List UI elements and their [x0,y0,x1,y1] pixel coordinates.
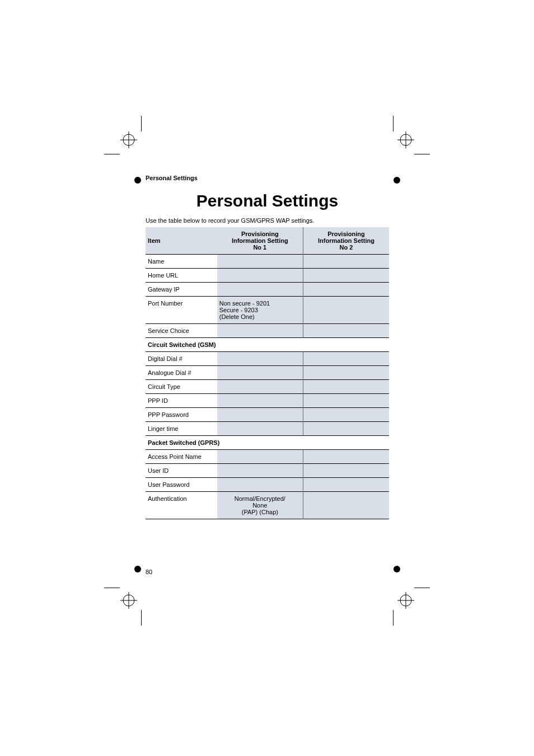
cell-value [303,380,389,394]
row-access-point: Access Point Name [146,450,217,464]
table-row: Gateway IP [146,283,389,297]
table-row: Analogue Dial # [146,366,389,380]
section-gsm-label: Circuit Switched (GSM) [146,338,389,352]
col2-l1: Provisioning [327,231,365,237]
row-ppp-password: PPP Password [146,408,217,422]
cell-value [217,324,303,338]
cell-value [303,450,389,464]
cell-value [303,297,389,324]
cell-value [303,408,389,422]
crop-mark [141,610,142,626]
intro-text: Use the table below to record your GSM/G… [146,217,389,224]
table-row: User Password [146,478,389,492]
row-service-choice: Service Choice [146,324,217,338]
cell-value [303,478,389,492]
row-home-url: Home URL [146,269,217,283]
cell-value [217,464,303,478]
table-row: User ID [146,464,389,478]
crop-mark [104,154,120,154]
port-l3: (Delete One) [219,313,255,320]
table-row: Port Number Non secure - 9201 Secure - 9… [146,297,389,324]
table-row: PPP ID [146,394,389,408]
crop-mark [104,588,120,588]
registration-mark-icon [397,132,414,148]
row-user-password: User Password [146,478,217,492]
running-header: Personal Settings [146,175,389,181]
col2-l2: Information Setting [318,237,374,244]
cell-value [217,283,303,297]
cell-value [303,283,389,297]
table-row: Circuit Type [146,380,389,394]
cell-value [217,255,303,269]
cell-value [217,422,303,436]
table-row: Authentication Normal/Encrypted/ None (P… [146,492,389,519]
cell-value: Normal/Encrypted/ None (PAP) (Chap) [217,492,303,519]
row-name: Name [146,255,217,269]
crop-mark [393,116,394,132]
table-row: Access Point Name [146,450,389,464]
cell-value: Non secure - 9201 Secure - 9203 (Delete … [217,297,303,324]
table-row: PPP Password [146,408,389,422]
cell-value [217,394,303,408]
col1-l2: Information Setting [232,237,288,244]
registration-mark-icon [120,132,137,148]
cell-value [303,464,389,478]
dot-mark-icon [134,566,141,572]
table-row: Digital Dial # [146,352,389,366]
section-gprs: Packet Switched (GPRS) [146,436,389,450]
registration-mark-icon [120,592,137,609]
cell-value [217,352,303,366]
table-header-row: Item Provisioning Information Setting No… [146,227,389,255]
port-l2: Secure - 9203 [219,307,258,313]
cell-value [303,366,389,380]
cell-value [303,352,389,366]
dot-mark-icon [394,566,400,572]
col-setting-2: Provisioning Information Setting No 2 [303,227,389,255]
col-item: Item [146,227,217,255]
cell-value [303,269,389,283]
col2-l3: No 2 [340,244,353,251]
auth-l2: None [252,502,267,509]
row-user-id: User ID [146,464,217,478]
table-row: Service Choice [146,324,389,338]
page-number: 80 [146,569,152,575]
table-row: Home URL [146,269,389,283]
crop-mark [141,116,142,132]
cell-value [303,422,389,436]
cell-value [217,269,303,283]
cell-value [303,492,389,519]
table-row: Linger time [146,422,389,436]
cell-value [303,255,389,269]
row-linger-time: Linger time [146,422,217,436]
dot-mark-icon [134,177,141,184]
cell-value [217,366,303,380]
registration-mark-icon [397,592,414,609]
row-port-number: Port Number [146,297,217,324]
cell-value [303,324,389,338]
row-circuit-type: Circuit Type [146,380,217,394]
cell-value [217,450,303,464]
row-gateway-ip: Gateway IP [146,283,217,297]
cell-value [303,394,389,408]
port-l1: Non secure - 9201 [219,300,270,307]
cell-value [217,408,303,422]
cell-value [217,380,303,394]
cell-value [217,478,303,492]
section-gsm: Circuit Switched (GSM) [146,338,389,352]
col-setting-1: Provisioning Information Setting No 1 [217,227,303,255]
auth-l1: Normal/Encrypted/ [235,495,285,502]
settings-table: Item Provisioning Information Setting No… [146,227,389,519]
section-gprs-label: Packet Switched (GPRS) [146,436,389,450]
col1-l1: Provisioning [241,231,279,237]
crop-mark [414,154,430,154]
auth-l3: (PAP) (Chap) [242,509,278,515]
row-authentication: Authentication [146,492,217,519]
crop-mark [414,588,430,588]
row-ppp-id: PPP ID [146,394,217,408]
dot-mark-icon [394,177,400,184]
row-digital-dial: Digital Dial # [146,352,217,366]
row-analogue-dial: Analogue Dial # [146,366,217,380]
col1-l3: No 1 [253,244,266,251]
crop-mark [393,610,394,626]
table-row: Name [146,255,389,269]
